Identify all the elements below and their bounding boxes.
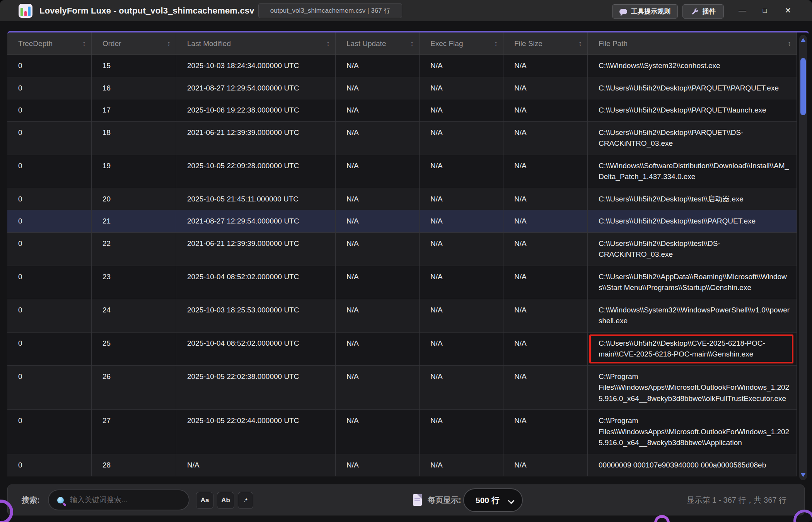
scroll-down-arrow-icon[interactable] xyxy=(801,473,805,477)
column-header-tree_depth[interactable]: TreeDepth↕ xyxy=(7,32,92,55)
cell-order: 25 xyxy=(92,333,176,365)
cell-last_update: N/A xyxy=(336,77,420,99)
search-icon xyxy=(57,497,64,503)
cell-file_size: N/A xyxy=(503,99,588,121)
cell-exec_flag: N/A xyxy=(420,188,503,210)
cell-file_size: N/A xyxy=(503,122,588,155)
sort-icon[interactable]: ↕ xyxy=(578,39,582,48)
cell-file_path: C:\\Users\\Uh5ih2\\AppData\\Roaming\\Mic… xyxy=(588,266,797,299)
table-row[interactable]: 0162021-08-27 12:29:54.000000 UTCN/AN/AN… xyxy=(7,77,797,100)
cell-file_path: C:\\Users\\Uh5ih2\\Desktop\\CVE-2025-621… xyxy=(588,333,797,365)
table-row[interactable]: 0222021-06-21 12:39:39.000000 UTCN/AN/AN… xyxy=(7,233,797,266)
cell-last_modified: 2025-10-05 22:02:38.000000 UTC xyxy=(176,366,336,410)
cell-tree_depth: 0 xyxy=(7,266,92,299)
table-row[interactable]: 0152025-10-03 18:24:34.000000 UTCN/AN/AN… xyxy=(7,55,797,77)
column-header-exec_flag[interactable]: Exec Flag↕ xyxy=(420,32,503,55)
cell-order: 24 xyxy=(92,299,176,332)
cell-file_size: N/A xyxy=(503,77,588,99)
cell-last_modified: 2025-10-03 18:25:53.000000 UTC xyxy=(176,299,336,332)
window-title: LovelyForm Luxe - output_vol3_shimcachem… xyxy=(39,0,254,21)
cell-last_modified: 2021-06-21 12:39:39.000000 UTC xyxy=(176,233,336,266)
cell-file_path: C:\\Users\\Uh5ih2\\Desktop\\test\\启动器.ex… xyxy=(588,188,797,210)
cell-last_update: N/A xyxy=(336,233,420,266)
table-row[interactable]: 028N/AN/AN/AN/A00000009 000107e903940000… xyxy=(7,454,797,477)
per-page-select[interactable]: 500 行 xyxy=(463,488,523,512)
search-input[interactable]: 输入关键词搜索... xyxy=(48,490,189,510)
tooltip-rules-button[interactable]: 工具提示规则 xyxy=(612,4,678,19)
cell-last_modified: 2021-08-27 12:29:54.000000 UTC xyxy=(176,210,336,232)
cell-exec_flag: N/A xyxy=(420,210,503,232)
table-body: 0152025-10-03 18:24:34.000000 UTCN/AN/AN… xyxy=(7,55,797,476)
sort-icon[interactable]: ↕ xyxy=(494,39,498,48)
scroll-up-arrow-icon[interactable] xyxy=(801,38,805,42)
sort-icon[interactable]: ↕ xyxy=(326,39,330,48)
cell-last_modified: 2021-08-27 12:29:54.000000 UTC xyxy=(176,77,336,99)
title-bar: LovelyForm Luxe - output_vol3_shimcachem… xyxy=(0,0,812,21)
match-word-button[interactable]: Ab xyxy=(217,492,234,509)
cell-order: 16 xyxy=(92,77,176,99)
cell-order: 26 xyxy=(92,366,176,410)
cell-file_path: C:\\Users\\Uh5ih2\\Desktop\\PARQUET\\DS-… xyxy=(588,122,797,155)
cell-file_path: C:\\Windows\\System32\\conhost.exe xyxy=(588,55,797,77)
plugins-button[interactable]: 插件 xyxy=(682,4,724,19)
scrollbar-thumb[interactable] xyxy=(800,58,806,115)
column-header-order[interactable]: Order↕ xyxy=(92,32,176,55)
table-row-selected[interactable]: 0212021-08-27 12:29:54.000000 UTCN/AN/AN… xyxy=(7,210,797,233)
sort-icon[interactable]: ↕ xyxy=(82,39,86,48)
table-row[interactable]: 0202025-10-05 21:45:11.000000 UTCN/AN/AN… xyxy=(7,188,797,211)
table-row[interactable]: 0182021-06-21 12:39:39.000000 UTCN/AN/AN… xyxy=(7,122,797,155)
cell-tree_depth: 0 xyxy=(7,233,92,266)
cell-file_path: C:\\Windows\\SoftwareDistribution\\Downl… xyxy=(588,155,797,188)
cell-exec_flag: N/A xyxy=(420,410,503,454)
table-row[interactable]: 0272025-10-05 22:02:44.000000 UTCN/AN/AN… xyxy=(7,410,797,454)
cell-last_update: N/A xyxy=(336,210,420,232)
cell-file_size: N/A xyxy=(503,299,588,332)
column-header-file_path[interactable]: File Path↕ xyxy=(588,32,797,55)
cell-file_path: 00000009 000107e903940000 000a0000585d08… xyxy=(588,454,797,476)
cell-file_size: N/A xyxy=(503,155,588,188)
cell-last_update: N/A xyxy=(336,299,420,332)
cell-exec_flag: N/A xyxy=(420,333,503,365)
regex-button[interactable]: .* xyxy=(238,492,253,509)
page-icon xyxy=(413,494,422,506)
column-header-last_update[interactable]: Last Update↕ xyxy=(336,32,420,55)
column-label: Exec Flag xyxy=(430,39,463,48)
cell-last_update: N/A xyxy=(336,266,420,299)
cell-tree_depth: 0 xyxy=(7,210,92,232)
cell-last_update: N/A xyxy=(336,155,420,188)
chevron-down-icon xyxy=(508,498,515,504)
app-window: LovelyForm Luxe - output_vol3_shimcachem… xyxy=(0,0,812,522)
cell-file_size: N/A xyxy=(503,366,588,410)
cell-exec_flag: N/A xyxy=(420,366,503,410)
cell-file_size: N/A xyxy=(503,410,588,454)
table-row[interactable]: 0252025-10-04 08:52:02.000000 UTCN/AN/AN… xyxy=(7,333,797,366)
column-header-file_size[interactable]: File Size↕ xyxy=(503,32,588,55)
cell-file_size: N/A xyxy=(503,233,588,266)
table-row[interactable]: 0192025-10-05 22:09:28.000000 UTCN/AN/AN… xyxy=(7,155,797,188)
cell-last_modified: 2025-10-04 08:52:02.000000 UTC xyxy=(176,266,336,299)
table-row[interactable]: 0242025-10-03 18:25:53.000000 UTCN/AN/AN… xyxy=(7,299,797,333)
table-row[interactable]: 0172025-10-06 19:22:38.000000 UTCN/AN/AN… xyxy=(7,99,797,122)
cell-tree_depth: 0 xyxy=(7,410,92,454)
table-row[interactable]: 0262025-10-05 22:02:38.000000 UTCN/AN/AN… xyxy=(7,366,797,410)
match-case-button[interactable]: Aa xyxy=(196,492,213,509)
cell-exec_flag: N/A xyxy=(420,233,503,266)
cell-exec_flag: N/A xyxy=(420,299,503,332)
table-row[interactable]: 0232025-10-04 08:52:02.000000 UTCN/AN/AN… xyxy=(7,266,797,299)
cell-last_modified: 2025-10-03 18:24:34.000000 UTC xyxy=(176,55,336,77)
cell-exec_flag: N/A xyxy=(420,122,503,155)
column-header-last_modified[interactable]: Last Modified↕ xyxy=(176,32,336,55)
maximize-button[interactable]: □ xyxy=(757,0,773,21)
sort-icon[interactable]: ↕ xyxy=(167,39,171,48)
minimize-button[interactable]: — xyxy=(735,0,750,21)
close-button[interactable]: ✕ xyxy=(780,0,796,21)
vertical-scrollbar[interactable] xyxy=(799,35,807,480)
cell-last_update: N/A xyxy=(336,454,420,476)
cell-last_update: N/A xyxy=(336,410,420,454)
table-header-row: TreeDepth↕Order↕Last Modified↕Last Updat… xyxy=(7,32,797,55)
sort-icon[interactable]: ↕ xyxy=(788,39,791,48)
sort-icon[interactable]: ↕ xyxy=(410,39,414,48)
file-tab[interactable]: output_vol3_shimcachemem.csv | 367 行 xyxy=(258,3,402,18)
cell-file_path: C:\\Windows\\System32\\WindowsPowerShell… xyxy=(588,299,797,332)
cell-tree_depth: 0 xyxy=(7,366,92,410)
